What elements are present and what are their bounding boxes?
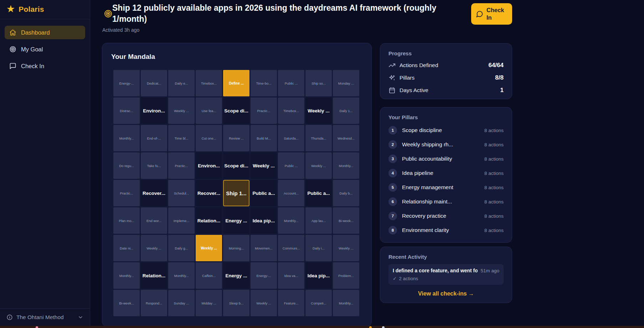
action-cell[interactable]: Weekly ...	[168, 97, 195, 124]
action-cell[interactable]: Bi-week...	[113, 290, 140, 316]
action-cell[interactable]: Daily i...	[305, 235, 332, 261]
pillar-cell[interactable]: Public a...	[305, 180, 332, 206]
pillar-row[interactable]: 7Recovery practice8 actions	[388, 212, 504, 220]
action-cell[interactable]: Morning...	[223, 235, 249, 261]
pillar-cell[interactable]: Scope di...	[223, 97, 249, 124]
action-cell[interactable]: Communi...	[278, 235, 304, 261]
goal-cell[interactable]: Ship 1...	[223, 180, 249, 206]
action-cell[interactable]: Monthly...	[333, 290, 359, 316]
action-cell[interactable]: Build M...	[251, 125, 277, 151]
action-cell[interactable]: Cut one...	[196, 125, 222, 151]
pillar-name: Environment clarity	[402, 227, 449, 233]
pillar-cell[interactable]: Environ...	[141, 97, 167, 124]
pillar-cell[interactable]: Energy ...	[223, 262, 249, 289]
highlighted-action-cell[interactable]: Weekly ...	[196, 235, 222, 261]
action-cell[interactable]: Account...	[278, 180, 304, 206]
pillar-cell[interactable]: Recover...	[196, 180, 222, 206]
action-cell[interactable]: Sleep b...	[223, 290, 249, 316]
pillar-cell[interactable]: Idea pip...	[305, 262, 332, 289]
action-cell[interactable]: End wor...	[141, 207, 167, 234]
sidebar-item-check-in[interactable]: Check In	[5, 59, 85, 73]
pillar-row[interactable]: 3Public accountability8 actions	[388, 155, 504, 163]
action-cell[interactable]: Daily e...	[168, 70, 195, 96]
sidebar-item-dashboard[interactable]: Dashboard	[5, 26, 85, 39]
progress-row: Actions Defined64/64	[388, 62, 504, 69]
action-cell[interactable]: Bi-week...	[333, 207, 359, 234]
pillar-row[interactable]: 2Weekly shipping rh...8 actions	[388, 140, 504, 149]
action-cell[interactable]: Weekly ...	[333, 235, 359, 261]
action-cell[interactable]: Energy-...	[113, 70, 140, 96]
action-cell[interactable]: Energy-...	[251, 262, 277, 289]
action-cell[interactable]: Weekly ...	[251, 290, 277, 316]
action-cell[interactable]: Idea va...	[278, 262, 304, 289]
action-cell[interactable]: Date ni...	[113, 235, 140, 261]
action-cell[interactable]: Daily 1...	[333, 97, 359, 124]
pillar-row[interactable]: 1Scope discipline8 actions	[388, 126, 504, 135]
pillar-cell[interactable]: Weekly ...	[305, 97, 332, 124]
action-cell[interactable]: Monthly...	[113, 125, 140, 151]
action-cell[interactable]: Wednesd...	[333, 125, 359, 151]
pillar-cell[interactable]: Recover...	[141, 180, 167, 206]
pillar-cell[interactable]: Relation...	[141, 262, 167, 289]
action-cell[interactable]: Plan mo...	[113, 207, 140, 234]
pillar-cell[interactable]: Environ...	[196, 152, 222, 179]
action-cell[interactable]: Respond...	[141, 290, 167, 316]
action-cell[interactable]: Do regu...	[113, 152, 140, 179]
action-cell[interactable]: Practic...	[168, 152, 195, 179]
action-cell[interactable]: Monthly...	[278, 207, 304, 234]
action-cell[interactable]: Review ...	[223, 125, 249, 151]
action-cell[interactable]: Monthly...	[333, 152, 359, 179]
pillar-cell[interactable]: Weekly ...	[251, 152, 277, 179]
pillar-row[interactable]: 8Environment clarity8 actions	[388, 226, 504, 234]
pillar-cell[interactable]: Public a...	[251, 180, 277, 206]
activity-item[interactable]: I defined a core feature, and went for a…	[388, 264, 504, 285]
action-cell[interactable]: Daily b...	[333, 180, 359, 206]
action-cell[interactable]: Problem...	[333, 262, 359, 289]
pillar-row[interactable]: 4Idea pipeline8 actions	[388, 169, 504, 177]
action-cell[interactable]: Monthly...	[168, 262, 195, 289]
action-cell[interactable]: Practic...	[113, 180, 140, 206]
action-cell[interactable]: End-of-...	[141, 125, 167, 151]
action-cell[interactable]: Caffein...	[196, 262, 222, 289]
action-cell[interactable]: Take fu...	[141, 152, 167, 179]
action-cell[interactable]: Daily g...	[168, 235, 195, 261]
method-selector[interactable]: The Ohtani Method	[0, 308, 90, 326]
sidebar-item-my-goal[interactable]: My Goal	[5, 42, 85, 56]
action-cell[interactable]: Timebox...	[278, 97, 304, 124]
action-cell[interactable]: App lau...	[305, 207, 332, 234]
action-cell[interactable]: Ship so...	[305, 70, 332, 96]
action-cell[interactable]: Impleme...	[168, 207, 195, 234]
check-in-button[interactable]: Check In	[471, 3, 512, 25]
pillar-row[interactable]: 6Relationship maint...8 actions	[388, 197, 504, 206]
pillar-cell[interactable]: Energy ...	[223, 207, 249, 234]
action-cell[interactable]: Midday ...	[196, 290, 222, 316]
action-cell[interactable]: Competi...	[305, 290, 332, 316]
action-cell[interactable]: Time-bo...	[251, 70, 277, 96]
action-cell[interactable]: Schedul...	[168, 180, 195, 206]
progress-label: Actions Defined	[400, 62, 438, 69]
action-cell[interactable]: Monthly...	[113, 262, 140, 289]
action-cell[interactable]: Public ...	[278, 152, 304, 179]
highlighted-action-cell[interactable]: Define ...	[223, 70, 249, 96]
view-all-checkins-link[interactable]: View all check-ins →	[388, 291, 504, 297]
action-cell[interactable]: Movemen...	[251, 235, 277, 261]
action-cell[interactable]: Time bl...	[168, 125, 195, 151]
pillar-cell[interactable]: Scope di...	[223, 152, 249, 179]
action-cell[interactable]: Distrac...	[113, 97, 140, 124]
action-cell[interactable]: Thursda...	[305, 125, 332, 151]
action-cell[interactable]: Dedicat...	[141, 70, 167, 96]
action-cell[interactable]: Monday ...	[333, 70, 359, 96]
action-cell[interactable]: Weekly ...	[141, 235, 167, 261]
action-cell[interactable]: Sunday ...	[168, 290, 195, 316]
action-cell[interactable]: Weekly ...	[305, 152, 332, 179]
action-cell[interactable]: Public ...	[278, 70, 304, 96]
pillar-cell[interactable]: Relation...	[196, 207, 222, 234]
action-cell[interactable]: Saturda...	[278, 125, 304, 151]
action-cell[interactable]: Use fea...	[196, 97, 222, 124]
pillar-number-badge: 3	[388, 155, 397, 163]
action-cell[interactable]: Timebox...	[196, 70, 222, 96]
action-cell[interactable]: Feature...	[278, 290, 304, 316]
pillar-row[interactable]: 5Energy management8 actions	[388, 183, 504, 192]
action-cell[interactable]: Practic...	[251, 97, 277, 124]
pillar-cell[interactable]: Idea pip...	[251, 207, 277, 234]
